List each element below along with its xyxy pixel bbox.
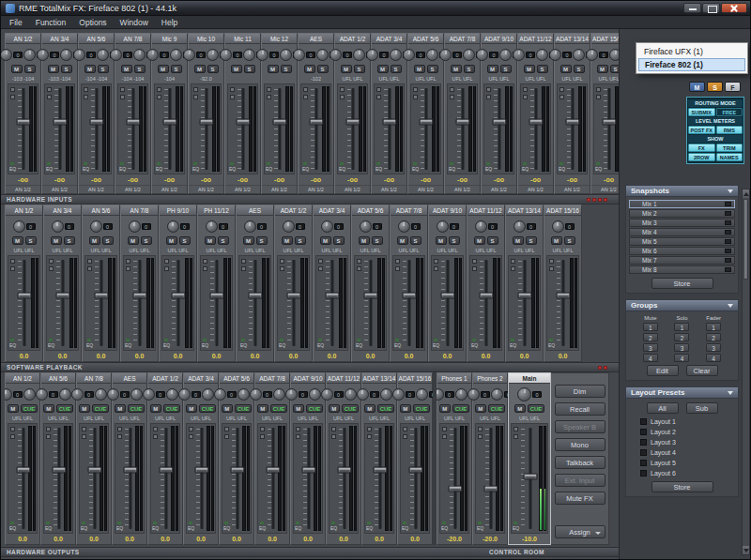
eq-section[interactable]: EQ xyxy=(295,522,301,531)
fader-track[interactable] xyxy=(493,87,505,171)
fader-track[interactable] xyxy=(520,427,539,530)
channel-name[interactable]: AN 5/6 xyxy=(79,34,114,44)
phase-icon[interactable] xyxy=(47,87,52,92)
fader-cap[interactable] xyxy=(17,119,31,126)
settings-icon[interactable] xyxy=(523,95,528,99)
m-button[interactable]: M xyxy=(397,236,408,245)
s-button[interactable]: S xyxy=(64,236,75,245)
fader-value[interactable]: 0.0 xyxy=(83,352,119,361)
channel-name[interactable]: ADAT 15/16 xyxy=(591,34,619,44)
gain-knob[interactable] xyxy=(573,49,585,61)
eq-section[interactable]: EQ xyxy=(119,162,126,172)
fader-value[interactable]: 0.0 xyxy=(275,352,312,361)
channel-name[interactable]: AES xyxy=(237,205,273,216)
channel-name[interactable]: ADAT 5/6 xyxy=(220,373,253,384)
s-button[interactable]: S xyxy=(391,65,402,73)
fader-value[interactable]: -oo xyxy=(372,175,406,185)
gain-knob[interactable] xyxy=(353,49,365,61)
gain-knob[interactable] xyxy=(475,220,487,233)
fader-value[interactable]: 0.0 xyxy=(398,535,432,544)
submix-button[interactable]: SUBMIX xyxy=(688,108,715,116)
m-button[interactable]: M xyxy=(51,236,62,245)
fader-value[interactable]: 0.0 xyxy=(291,535,325,544)
settings-icon[interactable] xyxy=(224,434,229,439)
m-button[interactable]: M xyxy=(115,404,126,413)
eq-section[interactable]: EQ xyxy=(302,162,309,172)
layout-item[interactable]: Layout 6 xyxy=(640,468,735,477)
fader-cap[interactable] xyxy=(480,293,494,299)
fx-button[interactable]: FX xyxy=(688,144,715,152)
eq-section[interactable]: EQ xyxy=(9,522,16,531)
m-button[interactable]: M xyxy=(439,404,451,413)
phase-icon[interactable] xyxy=(403,427,407,431)
fader-cap[interactable] xyxy=(249,293,263,299)
fader-cap[interactable] xyxy=(16,467,30,474)
fader-value[interactable]: 0.0 xyxy=(184,535,218,544)
fader-cap[interactable] xyxy=(557,293,571,299)
s-button[interactable]: S xyxy=(24,65,36,73)
fader-cap[interactable] xyxy=(90,119,104,126)
group-button[interactable]: 2 xyxy=(674,333,689,341)
fader-track[interactable] xyxy=(517,259,531,347)
fader-value[interactable]: 0.0 xyxy=(220,535,253,544)
eq-section[interactable]: EQ xyxy=(156,162,162,172)
m-button[interactable]: M xyxy=(186,404,197,413)
m-button[interactable]: M xyxy=(400,404,411,413)
layouts-store-button[interactable]: Store xyxy=(651,481,713,492)
s-button[interactable]: S xyxy=(526,236,537,245)
fader-track[interactable] xyxy=(383,87,395,171)
fader-cap[interactable] xyxy=(346,119,360,126)
settings-icon[interactable] xyxy=(434,266,438,271)
channel-name[interactable]: ADAT 11/12 xyxy=(327,373,360,384)
fader-value[interactable]: 0.0 xyxy=(327,535,360,544)
fader-track[interactable] xyxy=(479,259,493,347)
fader-value[interactable]: -oo xyxy=(299,175,333,185)
eq-section[interactable]: EQ xyxy=(223,522,230,531)
ext-input-button[interactable]: Ext. Input xyxy=(555,474,605,487)
phase-icon[interactable] xyxy=(472,259,477,264)
gain-knob[interactable] xyxy=(439,49,452,61)
cue-button[interactable]: CUE xyxy=(128,404,146,413)
fader-cap[interactable] xyxy=(159,467,173,474)
phase-icon[interactable] xyxy=(82,427,86,431)
snapshots-header[interactable]: Snapshots xyxy=(625,185,739,197)
fader-track[interactable] xyxy=(17,427,28,530)
fader-value[interactable]: 0.0 xyxy=(255,535,289,544)
fader-track[interactable] xyxy=(200,87,212,171)
fader-track[interactable] xyxy=(132,259,146,347)
channel-name[interactable]: Phones 1 xyxy=(437,373,471,384)
m-button[interactable]: M xyxy=(11,65,23,73)
fader-track[interactable] xyxy=(286,259,300,347)
m-button[interactable]: M xyxy=(359,236,370,245)
cue-button[interactable]: CUE xyxy=(528,404,545,413)
sub-button[interactable]: Sub xyxy=(686,402,718,414)
fader-value[interactable]: -oo xyxy=(555,175,590,185)
m-button[interactable]: M xyxy=(43,404,54,413)
m-button[interactable]: M xyxy=(524,65,535,73)
eq-section[interactable]: EQ xyxy=(433,339,439,348)
assign-readout[interactable]: AN 1/2 xyxy=(79,185,114,193)
s-button[interactable]: S xyxy=(487,236,498,245)
assign-readout[interactable]: AN 1/2 xyxy=(482,185,516,193)
fader-value[interactable]: -20.0 xyxy=(473,535,507,544)
fader-cap[interactable] xyxy=(603,119,617,126)
phase-icon[interactable] xyxy=(87,259,92,264)
assign-readout[interactable]: AN 1/2 xyxy=(518,185,553,193)
menu-help[interactable]: Help xyxy=(155,16,184,29)
fader-cap[interactable] xyxy=(529,119,544,126)
fader-cap[interactable] xyxy=(326,293,340,299)
eq-section[interactable]: EQ xyxy=(48,339,54,348)
phase-icon[interactable] xyxy=(511,259,515,264)
assign-readout[interactable]: AN 1/2 xyxy=(225,185,260,193)
gain-knob[interactable] xyxy=(357,388,369,401)
settings-icon[interactable] xyxy=(230,95,235,99)
channel-name[interactable]: ADAT 9/10 xyxy=(429,205,466,216)
settings-icon[interactable] xyxy=(442,434,447,439)
assign-readout[interactable]: AN 1/2 xyxy=(445,185,480,193)
gain-knob[interactable] xyxy=(513,49,525,61)
f-global-button[interactable]: F xyxy=(725,82,741,92)
gain-knob[interactable] xyxy=(5,388,12,401)
gain-knob[interactable] xyxy=(398,220,410,233)
scroll-down-button[interactable] xyxy=(743,546,749,554)
fader-cap[interactable] xyxy=(493,119,507,126)
